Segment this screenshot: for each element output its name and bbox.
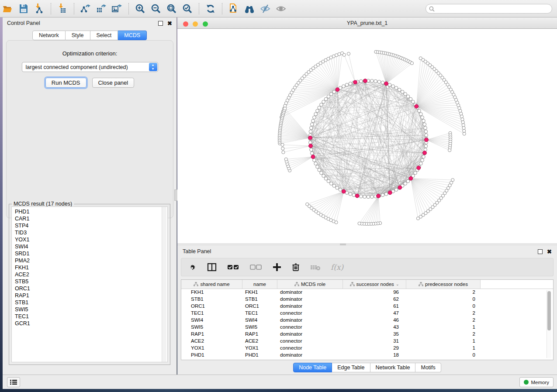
column-header-name[interactable]: name	[242, 280, 277, 289]
network-node[interactable]	[377, 80, 381, 84]
network-node[interactable]	[327, 179, 330, 183]
result-node[interactable]: PMA2	[12, 257, 167, 264]
network-node[interactable]	[320, 171, 323, 175]
network-node[interactable]	[308, 141, 312, 144]
table-row[interactable]: YOX1YOX1connector291	[181, 345, 553, 352]
leaf-node[interactable]	[282, 151, 285, 154]
network-node[interactable]	[419, 113, 423, 116]
network-node[interactable]	[381, 193, 384, 197]
tab-mcds[interactable]: MCDS	[118, 31, 147, 40]
network-node[interactable]	[423, 123, 426, 126]
table-scrollbar[interactable]	[547, 290, 551, 358]
table-row[interactable]: ACE2ACE2connector311	[181, 338, 553, 345]
network-node[interactable]	[388, 83, 391, 87]
leaf-node[interactable]	[410, 62, 413, 65]
network-node[interactable]	[310, 148, 313, 151]
leaf-node[interactable]	[448, 149, 451, 152]
network-node[interactable]	[374, 79, 377, 83]
network-node[interactable]	[310, 151, 314, 155]
network-node[interactable]	[363, 195, 367, 199]
result-node[interactable]: STP4	[12, 222, 167, 229]
network-node[interactable]	[360, 195, 363, 198]
refresh-icon[interactable]	[204, 3, 217, 15]
network-node[interactable]	[336, 186, 339, 189]
network-node[interactable]	[349, 193, 352, 196]
result-node[interactable]: GCR1	[12, 320, 167, 327]
close-panel-button[interactable]: Close panel	[92, 78, 135, 88]
network-node[interactable]	[421, 116, 424, 119]
export-table-icon[interactable]	[95, 3, 108, 15]
result-node[interactable]: PHD1	[12, 208, 167, 215]
network-node[interactable]	[324, 97, 328, 101]
float-panel-icon[interactable]	[158, 21, 163, 26]
network-node[interactable]	[342, 85, 346, 88]
close-window-icon[interactable]	[183, 21, 188, 27]
mcds-hub-node[interactable]	[342, 189, 346, 193]
mcds-result-list[interactable]: PHD1CAR1STP4TID3YOX1SWI4SRD1PMA2FKH1ACE2…	[11, 206, 168, 362]
leaf-node[interactable]	[281, 147, 284, 150]
add-column-icon[interactable]	[272, 262, 282, 272]
tab-node-table[interactable]: Node Table	[293, 363, 332, 372]
mcds-hub-node[interactable]	[415, 104, 419, 108]
delete-column-icon[interactable]	[291, 262, 300, 272]
import-table-icon[interactable]	[56, 3, 69, 15]
save-icon[interactable]	[17, 3, 30, 15]
network-node[interactable]	[318, 168, 321, 172]
window-traffic-lights[interactable]	[183, 21, 211, 28]
network-node[interactable]	[327, 95, 330, 98]
network-node[interactable]	[332, 90, 336, 94]
binoculars-icon[interactable]	[243, 3, 256, 15]
network-node[interactable]	[370, 195, 374, 199]
network-node[interactable]	[322, 100, 325, 103]
network-node[interactable]	[424, 144, 428, 148]
network-node[interactable]	[394, 188, 398, 192]
export-network-icon[interactable]	[79, 3, 92, 15]
leaf-node[interactable]	[347, 52, 350, 55]
leaf-node[interactable]	[463, 132, 466, 135]
network-node[interactable]	[404, 93, 407, 96]
network-node[interactable]	[324, 177, 328, 180]
network-node[interactable]	[313, 116, 316, 119]
network-node[interactable]	[339, 188, 342, 192]
network-node[interactable]	[406, 179, 410, 183]
result-node[interactable]: ORC1	[12, 285, 167, 292]
tab-edge-table[interactable]: Edge Table	[332, 363, 370, 372]
table-row[interactable]: STB1STB1dominator620	[181, 296, 553, 303]
open-folder-icon[interactable]	[1, 3, 14, 15]
network-node[interactable]	[406, 95, 410, 98]
table-row[interactable]: TEC1TEC1connector472	[181, 310, 553, 317]
leaf-node[interactable]	[461, 120, 464, 124]
select-all-columns-icon[interactable]	[227, 262, 240, 272]
network-graph-canvas[interactable]	[177, 29, 557, 243]
network-node[interactable]	[401, 90, 404, 94]
network-node[interactable]	[332, 184, 336, 188]
network-node[interactable]	[360, 79, 363, 83]
leaf-node[interactable]	[306, 203, 309, 206]
mcds-hub-node[interactable]	[377, 194, 381, 198]
network-node[interactable]	[310, 123, 314, 126]
result-node[interactable]: RAP1	[12, 292, 167, 299]
mcds-hub-node[interactable]	[425, 138, 429, 142]
mcds-hub-node[interactable]	[355, 194, 359, 198]
network-node[interactable]	[418, 109, 421, 113]
network-node[interactable]	[352, 193, 356, 197]
leaf-node[interactable]	[358, 222, 361, 225]
mcds-hub-node[interactable]	[311, 155, 315, 159]
result-node[interactable]: ACE2	[12, 271, 167, 278]
network-node[interactable]	[318, 106, 321, 110]
leaf-node[interactable]	[463, 129, 466, 132]
result-list-scrollbar[interactable]	[162, 207, 166, 362]
column-header-shared-name[interactable]: shared name	[181, 280, 242, 289]
table-close-panel-icon[interactable]: ✖	[547, 249, 552, 254]
network-node[interactable]	[381, 81, 384, 84]
mcds-hub-node[interactable]	[423, 151, 427, 155]
minimize-window-icon[interactable]	[193, 21, 198, 27]
run-mcds-button[interactable]: Run MCDS	[45, 78, 86, 88]
tab-select[interactable]: Select	[90, 31, 118, 40]
network-node[interactable]	[422, 119, 426, 123]
network-node[interactable]	[391, 85, 395, 88]
search-box[interactable]	[426, 4, 552, 14]
network-node[interactable]	[349, 82, 352, 86]
mcds-hub-node[interactable]	[309, 144, 313, 148]
memory-button[interactable]: Memory	[519, 377, 554, 387]
